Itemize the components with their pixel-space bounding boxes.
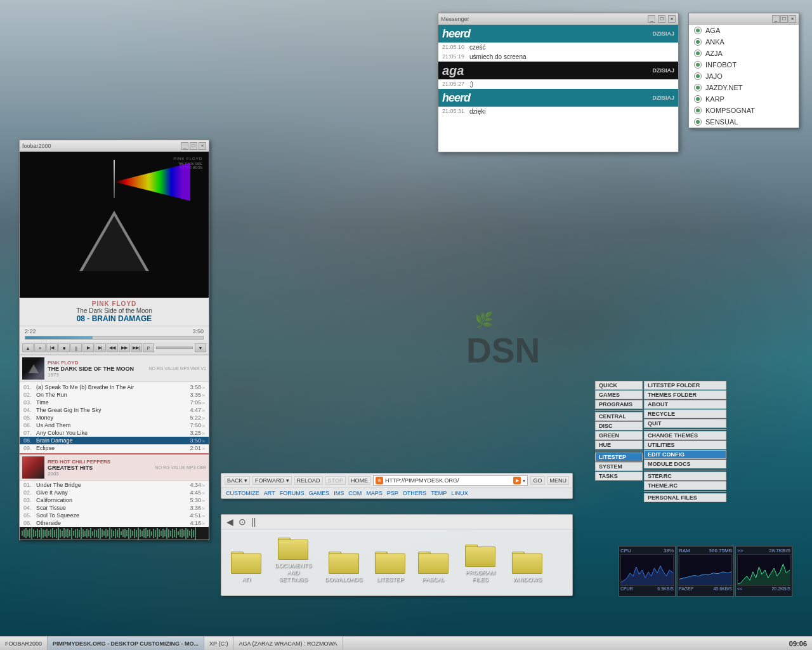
track-row[interactable]: 01. (a) Speak To Me (b) Breathe In The A…	[20, 383, 209, 391]
link-maps[interactable]: MAPS	[365, 489, 384, 497]
link-art[interactable]: ART	[263, 489, 277, 497]
menu-theme-rc[interactable]: THEME.RC	[644, 481, 726, 490]
contact-infobot[interactable]: INFOBOT	[689, 59, 799, 70]
menu-quick[interactable]: QUICK	[595, 381, 643, 390]
menu-disc[interactable]: DISC	[595, 421, 643, 430]
menu-system[interactable]: SYSTEM	[595, 462, 643, 471]
menu-edit-config[interactable]: EDIT CONFIG	[644, 450, 726, 459]
track-row[interactable]: 06. Us And Them 7:50 ∞	[20, 421, 209, 429]
go-button[interactable]: GO	[530, 476, 544, 485]
menu-change-themes[interactable]: CHANGE THEMES	[644, 431, 726, 440]
url-text[interactable]: HTTP://PIMPMYDESK.ORG/	[385, 477, 512, 484]
contact-jajo[interactable]: JAJO	[689, 70, 799, 82]
folder-downloads[interactable]: DOWNLOADS	[325, 550, 362, 583]
btn-rewind[interactable]: ◀◀	[107, 343, 118, 352]
contacts-maximize[interactable]: □	[780, 15, 788, 23]
menu-button[interactable]: MENU	[547, 476, 570, 485]
btn-open[interactable]: ▶▶|	[131, 343, 142, 352]
folder-litestep[interactable]: LITESTEP	[375, 550, 405, 583]
contact-anka[interactable]: ANKA	[689, 36, 799, 48]
foobar-maximize[interactable]: □	[190, 142, 197, 150]
link-customize[interactable]: CUSTOMIZE	[225, 489, 261, 497]
fm-back-btn[interactable]: ◀	[226, 517, 233, 527]
fm-pause-btn[interactable]: ||	[251, 517, 256, 527]
track-row[interactable]: 01. Under The Bridge 4:34 ∞	[20, 481, 209, 489]
track-row[interactable]: 06. Otherside 4:16 ∞	[20, 519, 209, 527]
link-linux[interactable]: LINUX	[450, 489, 469, 497]
contact-sensual[interactable]: SENSUAL	[689, 116, 799, 128]
track-row[interactable]: 07. Any Colour You Like 3:25 ∞	[20, 429, 209, 437]
track-row[interactable]: 03. Time 7:05 ∞	[20, 399, 209, 406]
chat-minimize[interactable]: _	[648, 15, 655, 23]
foobar-close[interactable]: ×	[199, 142, 206, 150]
btn-playlist-toggle[interactable]: ▲	[22, 343, 34, 352]
menu-green[interactable]: GREEN	[595, 431, 643, 440]
track-row-playing[interactable]: 08. Brain Damage 3:50 ∞	[20, 437, 209, 444]
btn-forward[interactable]: ▶▶	[119, 343, 130, 352]
menu-themes-folder[interactable]: THEMES FOLDER	[644, 390, 726, 399]
folder-documents[interactable]: DOCUMENTSAND SETTINGS	[274, 536, 312, 583]
menu-about[interactable]: ABOUT	[644, 400, 726, 409]
chat-close[interactable]: ×	[668, 15, 676, 23]
btn-pause[interactable]: ||	[70, 343, 82, 352]
link-temp[interactable]: TEMP	[429, 489, 448, 497]
taskbar-chat[interactable]: AGA (ZARAZ WRACAM) : ROZMOWA	[233, 637, 343, 650]
menu-programs[interactable]: PROGRAMS	[595, 400, 643, 409]
track-row[interactable]: 04. The Great Gig In The Sky 4:47 ∞	[20, 406, 209, 414]
contact-kompsognat[interactable]: KOMPSOGNAT	[689, 105, 799, 116]
track-row[interactable]: 05. Money 5:22 ∞	[20, 414, 209, 421]
folder-ati[interactable]: ATI	[231, 550, 261, 583]
home-button[interactable]: HOME	[348, 476, 370, 485]
reload-button[interactable]: RELOAD	[294, 476, 323, 485]
folder-pascal[interactable]: PASCAL	[418, 550, 449, 583]
contact-jazdy[interactable]: JAZDY.NET	[689, 82, 799, 93]
menu-hue[interactable]: HUE	[595, 441, 643, 449]
menu-litestep[interactable]: LITESTEP	[595, 453, 643, 461]
btn-next[interactable]: ▶|	[95, 343, 106, 352]
link-ims[interactable]: IMS	[332, 489, 345, 497]
volume-slider[interactable]	[156, 347, 193, 349]
track-row[interactable]: 05. Soul To Squeeze 4:51 ∞	[20, 512, 209, 519]
taskbar-foobar[interactable]: FOOBAR2000	[0, 637, 48, 650]
link-forums[interactable]: FORUMS	[278, 489, 306, 497]
menu-quit[interactable]: QUIT	[644, 419, 726, 428]
fm-home-btn[interactable]: ⊙	[239, 517, 246, 527]
link-others[interactable]: OTHERS	[402, 489, 428, 497]
track-row[interactable]: 09. Eclipse 2:01 ∞	[20, 444, 209, 452]
btn-equalizer[interactable]: ≡	[34, 343, 46, 352]
url-dropdown-arrow[interactable]: ▾	[523, 478, 525, 484]
menu-module-docs[interactable]: MODULE DOCS	[644, 460, 726, 468]
forward-button[interactable]: FORWARD ▾	[252, 476, 292, 485]
btn-random[interactable]: P	[143, 343, 154, 352]
link-games[interactable]: GAMES	[308, 489, 331, 497]
btn-play[interactable]: ▶	[82, 343, 94, 352]
taskbar-browser[interactable]: PIMPMYDESK.ORG - DESKTOP CUSTOMIZING - M…	[48, 637, 204, 650]
btn-settings[interactable]: ▼	[195, 343, 206, 352]
progress-bar[interactable]	[25, 336, 204, 340]
contact-karp[interactable]: KARP	[689, 93, 799, 105]
foobar-minimize[interactable]: _	[181, 142, 188, 150]
folder-windows[interactable]: WINDOWS	[512, 550, 542, 583]
menu-tasks[interactable]: TASKS	[595, 472, 643, 481]
menu-step-rc[interactable]: STEP.RC	[644, 472, 726, 481]
track-row[interactable]: 03. Californication 5:30 ∞	[20, 496, 209, 504]
back-button[interactable]: BACK ▾	[225, 476, 250, 485]
contacts-minimize[interactable]: _	[772, 15, 780, 23]
menu-litestep-folder[interactable]: LITESTEP FOLDER	[644, 381, 726, 390]
link-psp[interactable]: PSP	[386, 489, 400, 497]
track-row[interactable]: 02. On The Run 3:35 ∞	[20, 391, 209, 399]
taskbar-xp[interactable]: XP (C:)	[204, 637, 233, 650]
link-com[interactable]: COM	[347, 489, 363, 497]
menu-utilities[interactable]: UTILITIES	[644, 441, 726, 449]
menu-central[interactable]: CENTRAL	[595, 412, 643, 421]
menu-games[interactable]: GAMES	[595, 390, 643, 399]
btn-prev[interactable]: |◀	[46, 343, 58, 352]
contact-aga[interactable]: AGA	[689, 25, 799, 36]
folder-program-files[interactable]: PROGRAM FILES	[461, 543, 499, 583]
track-row[interactable]: 04. Scar Tissue 3:36 ∞	[20, 504, 209, 512]
contact-azja[interactable]: AZJA	[689, 48, 799, 59]
track-row[interactable]: 02. Give It Away 4:45 ∞	[20, 489, 209, 496]
contacts-close[interactable]: ×	[789, 15, 796, 23]
chat-maximize[interactable]: □	[658, 15, 665, 23]
stop-button[interactable]: STOP	[325, 476, 346, 485]
